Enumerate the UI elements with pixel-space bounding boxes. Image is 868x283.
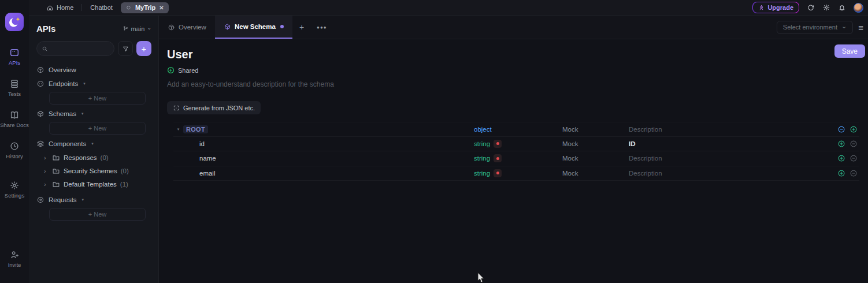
rail-label: History	[6, 153, 23, 159]
mock-input[interactable]: Mock	[562, 170, 629, 177]
scan-icon	[173, 105, 180, 111]
remove-circle-icon[interactable]	[850, 140, 858, 148]
required-badge[interactable]	[494, 169, 502, 177]
generate-from-json-button[interactable]: Generate from JSON etc.	[167, 101, 261, 114]
schemas-cube-icon	[36, 110, 44, 118]
upgrade-button[interactable]: Upgrade	[752, 2, 799, 13]
required-badge[interactable]	[494, 154, 502, 162]
chevron-right-icon: ›	[44, 154, 49, 161]
chatbot-tab[interactable]: Chatbot	[90, 4, 113, 11]
sidebar-item-label: Endpoints	[49, 80, 78, 87]
mock-input[interactable]: Mock	[562, 155, 629, 162]
field-name[interactable]: email	[183, 170, 215, 177]
description-input[interactable]: Description	[629, 155, 837, 162]
field-name[interactable]: name	[183, 155, 216, 162]
sidebar-item-components[interactable]: Components ▾	[36, 137, 151, 151]
field-type[interactable]: string	[474, 155, 490, 162]
shared-badge[interactable]: Shared	[167, 66, 859, 74]
rail-item-share-docs[interactable]: Share Docs	[0, 110, 29, 128]
project-tab-mytrip[interactable]: MyTrip ✕	[121, 2, 169, 13]
collapse-caret-icon[interactable]: ▾	[173, 127, 183, 132]
description-input[interactable]: Description	[629, 126, 837, 133]
save-button[interactable]: Save	[834, 44, 865, 58]
sync-icon[interactable]	[807, 3, 815, 12]
rail-item-invite[interactable]: Invite	[8, 250, 21, 268]
rail-item-apis[interactable]: APIs	[9, 47, 20, 66]
sidebar-item-requests[interactable]: Requests ▾	[36, 193, 151, 207]
remove-circle-icon[interactable]	[837, 125, 845, 133]
shared-plus-icon	[167, 66, 175, 74]
tab-label: Overview	[179, 24, 206, 31]
layers-icon	[36, 140, 44, 148]
new-endpoint-button[interactable]: + New	[49, 92, 146, 105]
sidebar-item-label: Components	[49, 140, 86, 147]
rail-label: Settings	[5, 192, 24, 199]
menu-icon[interactable]: ≡	[858, 23, 863, 32]
sidebar-item-overview[interactable]: Overview	[36, 63, 151, 77]
gear-icon[interactable]	[822, 3, 830, 12]
rail-item-tests[interactable]: Tests	[8, 79, 21, 97]
sidebar-item-default-templates[interactable]: › T Default Templates (1)	[36, 177, 151, 191]
schema-description-input[interactable]: Add an easy-to-understand description fo…	[167, 80, 859, 88]
branch-selector[interactable]: main ⌄	[123, 25, 151, 32]
tab-options-button[interactable]: ●●●	[311, 16, 333, 39]
apis-icon	[9, 47, 20, 58]
schema-row-name[interactable]: name string Mock Description	[173, 151, 859, 166]
field-type[interactable]: object	[474, 126, 492, 133]
schema-row-root[interactable]: ▾ ROOT object Mock Description	[173, 122, 859, 137]
add-circle-icon[interactable]	[850, 125, 858, 133]
filter-button[interactable]	[118, 41, 133, 56]
new-request-button[interactable]: + New	[49, 208, 146, 221]
search-input[interactable]	[51, 45, 109, 52]
tab-new-schema[interactable]: New Schema	[215, 16, 292, 39]
environment-select[interactable]: Select environment ⌄	[777, 21, 853, 34]
remove-circle-icon[interactable]	[850, 169, 858, 177]
schema-row-email[interactable]: email string Mock Description	[173, 166, 859, 181]
description-input[interactable]: ID	[629, 140, 837, 147]
upgrade-label: Upgrade	[767, 4, 793, 11]
unsaved-dot	[280, 25, 284, 28]
sidebar-item-label: Schemas	[49, 110, 76, 117]
new-schema-button[interactable]: + New	[49, 122, 146, 135]
home-button[interactable]: Home	[46, 4, 73, 12]
bell-icon[interactable]	[838, 3, 846, 12]
sidebar-item-security-schemes[interactable]: › S Security Schemes (0)	[36, 164, 151, 177]
svg-text:R: R	[55, 157, 57, 159]
sidebar-title: APIs	[36, 24, 55, 33]
required-badge[interactable]	[494, 140, 502, 148]
new-tab-button[interactable]: +	[292, 16, 311, 39]
tests-icon	[9, 79, 20, 89]
home-label: Home	[57, 4, 73, 11]
item-count: (0)	[121, 167, 129, 174]
rocket-icon	[758, 5, 765, 11]
mock-input[interactable]: Mock	[562, 126, 629, 133]
mouse-cursor	[477, 272, 485, 283]
schema-title[interactable]: User	[167, 48, 859, 61]
project-icon	[125, 5, 132, 11]
requests-icon	[36, 196, 44, 204]
sidebar-item-responses[interactable]: › R Responses (0)	[36, 151, 151, 164]
field-type[interactable]: string	[474, 170, 490, 177]
mock-input[interactable]: Mock	[562, 140, 629, 147]
add-circle-icon[interactable]	[837, 140, 845, 148]
add-circle-icon[interactable]	[837, 169, 845, 177]
user-avatar[interactable]	[854, 3, 863, 13]
remove-circle-icon[interactable]	[850, 154, 858, 162]
rail-item-history[interactable]: History	[6, 141, 23, 159]
description-input[interactable]: Description	[629, 170, 837, 177]
close-icon[interactable]: ✕	[159, 5, 164, 11]
field-name[interactable]: id	[183, 140, 205, 147]
tab-overview[interactable]: Overview	[159, 16, 215, 39]
sidebar-item-endpoints[interactable]: Endpoints ▾	[36, 77, 151, 91]
rail-item-settings[interactable]: Settings	[5, 180, 24, 199]
schema-row-id[interactable]: id string Mock ID	[173, 137, 859, 152]
field-type[interactable]: string	[474, 140, 490, 147]
field-name[interactable]: ROOT	[183, 125, 208, 133]
app-logo[interactable]	[5, 13, 24, 31]
plus-icon: +	[142, 44, 147, 54]
add-circle-icon[interactable]	[837, 154, 845, 162]
branch-name: main	[131, 25, 145, 32]
sidebar-item-schemas[interactable]: Schemas ▾	[36, 107, 151, 121]
sidebar-item-label: Default Templates	[64, 181, 117, 188]
add-new-button[interactable]: +	[136, 41, 151, 56]
